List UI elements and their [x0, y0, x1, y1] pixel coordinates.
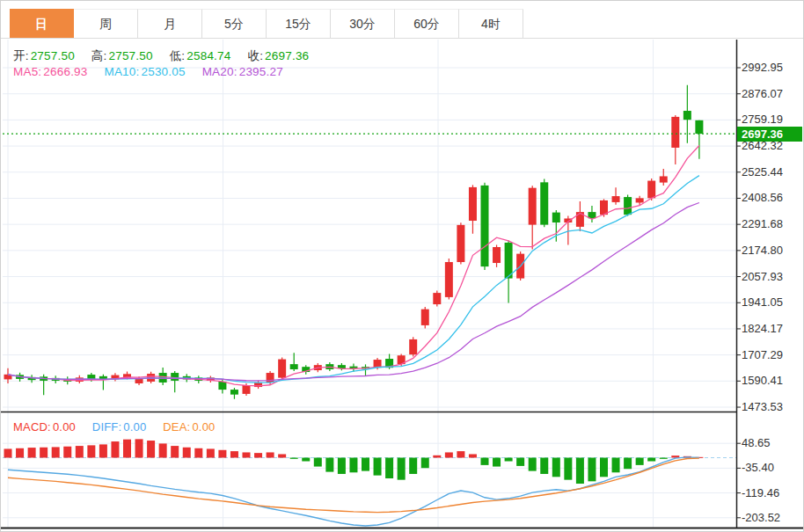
macd-hist-bar — [52, 447, 60, 457]
price-axis-label: 1590.41 — [742, 374, 803, 388]
candle-body — [445, 262, 453, 297]
ma10-legend: MA10:2530.05 — [104, 65, 185, 78]
macd-hist-bar — [588, 458, 596, 482]
macd-axis-label: -35.40 — [742, 461, 803, 475]
candle-body — [481, 186, 489, 266]
close-label: 收: — [247, 49, 263, 62]
candle-body — [612, 196, 620, 202]
macd-axis-label: 48.65 — [742, 436, 803, 450]
macd-hist-bar — [398, 458, 406, 480]
dea-value-legend: DEA:0.00 — [163, 420, 215, 434]
candle-body — [671, 117, 679, 148]
macd-hist-bar — [111, 441, 119, 457]
tab-month[interactable]: 月 — [138, 9, 202, 38]
candle-body — [552, 213, 560, 222]
macd-hist-bar — [338, 458, 346, 474]
candle-body — [683, 111, 691, 120]
macd-hist-bar — [278, 454, 286, 457]
tab-week[interactable]: 周 — [74, 9, 138, 38]
candle-body — [457, 225, 464, 262]
macd-hist-bar — [207, 448, 215, 457]
macd-hist-bar — [445, 452, 453, 457]
candle-body — [469, 187, 477, 221]
price-axis-label: 2992.95 — [742, 61, 803, 75]
macd-hist-bar — [183, 448, 191, 458]
candle-body — [540, 182, 548, 224]
ohlc-legend: 开:2757.50 高:2757.50 低:2584.74 收:2697.36 — [13, 48, 322, 64]
candle-body — [636, 198, 644, 202]
macd-hist-bar — [612, 458, 620, 473]
macd-hist-bar — [540, 458, 548, 474]
candle-body — [278, 360, 286, 378]
candle-body — [695, 120, 703, 134]
candle-body — [290, 364, 298, 369]
tab-15min[interactable]: 15分 — [267, 9, 331, 38]
price-axis-label: 2174.80 — [742, 244, 803, 258]
macd-pane — [3, 439, 736, 526]
macd-hist-bar — [40, 448, 48, 458]
diff-value-legend: DIFF:0.00 — [92, 420, 147, 434]
macd-hist-bar — [349, 458, 357, 473]
macd-hist-bar — [469, 454, 477, 457]
macd-hist-bar — [421, 458, 429, 469]
macd-hist-bar — [624, 458, 632, 470]
candle-body — [647, 181, 655, 199]
price-axis-label: 2291.68 — [742, 217, 803, 231]
tab-4hour[interactable]: 4时 — [459, 9, 523, 38]
macd-hist-bar — [63, 447, 71, 458]
macd-hist-bar — [243, 452, 251, 457]
low-value: 2584.74 — [186, 49, 230, 62]
macd-hist-bar — [194, 448, 202, 458]
candle-body — [159, 373, 167, 383]
ma5-line — [8, 145, 699, 385]
ma20-line — [8, 203, 699, 381]
high-value: 2757.50 — [108, 49, 152, 62]
macd-hist-bar — [600, 458, 608, 477]
macd-hist-bar — [385, 458, 393, 478]
candlestick-chart-canvas[interactable] — [1, 1, 804, 532]
macd-hist-bar — [576, 458, 584, 485]
macd-hist-bar — [135, 439, 143, 457]
macd-hist-bar — [529, 458, 537, 471]
ma20-legend: MA20:2395.27 — [202, 65, 283, 78]
macd-axis-label: -203.52 — [742, 511, 803, 525]
macd-hist-bar — [290, 458, 298, 459]
tab-30min[interactable]: 30分 — [331, 9, 395, 38]
macd-hist-bar — [516, 458, 524, 466]
macd-hist-bar — [254, 453, 262, 457]
candle-body — [505, 243, 513, 279]
macd-hist-bar — [564, 458, 572, 480]
candle-body — [243, 385, 251, 394]
tab-60min[interactable]: 60分 — [395, 9, 459, 38]
open-label: 开: — [13, 49, 29, 62]
tab-day[interactable]: 日 — [10, 9, 74, 38]
macd-hist-bar — [433, 455, 441, 458]
price-axis-label: 1707.29 — [742, 348, 803, 362]
ma-legend: MA5:2666.93 MA10:2530.05 MA20:2395.27 — [13, 65, 296, 78]
macd-hist-bar — [552, 458, 560, 477]
price-axis-label: 2759.19 — [742, 113, 803, 127]
main-pane — [4, 85, 704, 399]
price-axis-label: 2876.07 — [742, 87, 803, 101]
macd-hist-bar — [147, 441, 155, 457]
candle-body — [529, 188, 537, 225]
macd-hist-bar — [481, 458, 489, 465]
macd-hist-bar — [99, 444, 107, 457]
macd-hist-bar — [457, 451, 464, 457]
macd-hist-bar — [267, 452, 274, 457]
candle-body — [230, 390, 238, 395]
macd-hist-bar — [636, 458, 644, 465]
macd-hist-bar — [671, 455, 679, 457]
macd-hist-bar — [230, 451, 238, 457]
candle-body — [171, 373, 179, 381]
tab-5min[interactable]: 5分 — [202, 9, 267, 38]
low-label: 低: — [170, 49, 186, 62]
timeframe-tabbar: 日 周 月 5分 15分 30分 60分 4时 — [1, 1, 803, 39]
macd-legend: MACD:0.00 DIFF:0.00 DEA:0.00 — [13, 420, 229, 434]
macd-hist-bar — [505, 458, 513, 462]
candle-body — [493, 247, 501, 263]
candle-body — [409, 339, 417, 354]
open-value: 2757.50 — [31, 49, 75, 62]
macd-hist-bar — [660, 458, 668, 459]
macd-hist-bar — [76, 446, 84, 457]
